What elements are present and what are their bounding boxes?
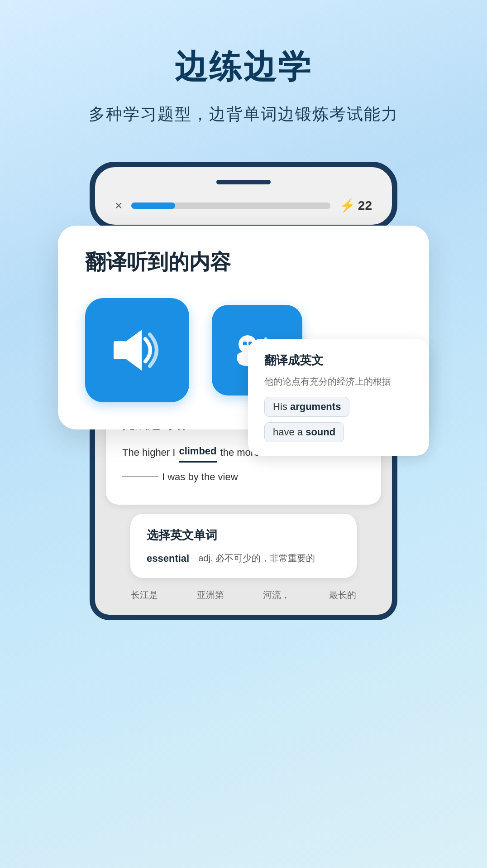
score-area: ⚡ 22	[339, 198, 372, 213]
translation-card: 翻译成英文 他的论点有充分的经济上的根据 His arguments have …	[248, 339, 429, 456]
phone-frame: × ⚡ 22	[90, 162, 397, 230]
sentence-line-2: I was by the view	[122, 468, 365, 486]
trans-card-title: 翻译成英文	[264, 352, 413, 368]
chip1-prefix: His	[273, 401, 290, 412]
lightning-icon: ⚡	[339, 198, 355, 213]
word-chip-arguments[interactable]: His arguments	[264, 397, 349, 417]
svg-marker-1	[126, 330, 142, 371]
svg-rect-0	[114, 341, 126, 359]
translate-card-title: 翻译听到的内容	[85, 248, 402, 276]
trans-subtitle: 他的论点有充分的经济上的根据	[264, 376, 413, 388]
progress-bar-fill	[131, 203, 175, 209]
progress-bar-container	[131, 203, 330, 209]
chip2-prefix: have a	[273, 426, 306, 438]
strip-word-3: 河流，	[263, 589, 290, 601]
phone-mockup-area: × ⚡ 22 翻译听到的内容	[58, 162, 429, 620]
score-value: 22	[358, 198, 372, 213]
speaker-button[interactable]	[85, 298, 189, 402]
sentence-underline	[122, 476, 158, 477]
word-select-definition: adj. 必不可少的，非常重要的	[198, 552, 315, 564]
lower-section: 翻译成英文 他的论点有充分的经济上的根据 His arguments have …	[58, 420, 429, 620]
main-title: 边练边学	[175, 45, 312, 89]
sentence-part1: The higher I	[122, 444, 175, 462]
close-button[interactable]: ×	[115, 198, 122, 213]
speaker-icon	[110, 328, 164, 373]
strip-word-4: 最长的	[329, 589, 356, 601]
word-chips-row: His arguments have a sound	[264, 397, 413, 442]
phone-notch	[216, 180, 271, 184]
phone-topbar: × ⚡ 22	[108, 193, 379, 217]
chip1-bold: arguments	[290, 401, 341, 412]
sentence-highlight-word: climbed	[179, 442, 216, 463]
word-select-title: 选择英文单词	[147, 527, 340, 543]
word-select-card: 选择英文单词 essential adj. 必不可少的，非常重要的	[130, 514, 357, 578]
word-select-row: essential adj. 必不可少的，非常重要的	[147, 552, 340, 564]
strip-word-2: 亚洲第	[197, 589, 224, 601]
subtitle: 多种学习题型，边背单词边锻炼考试能力	[89, 103, 398, 125]
sentence-line2-text: I was by the view	[162, 468, 238, 486]
word-chip-sound[interactable]: have a sound	[264, 422, 344, 442]
word-select-word[interactable]: essential	[147, 553, 189, 564]
chip2-bold: sound	[306, 426, 335, 438]
translation-card-wrapper: 翻译成英文 他的论点有充分的经济上的根据 His arguments have …	[248, 339, 429, 456]
strip-word-1: 长江是	[131, 589, 158, 601]
bottom-strip: 长江是 亚洲第 河流， 最长的	[106, 578, 381, 601]
svg-rect-3	[243, 342, 247, 345]
